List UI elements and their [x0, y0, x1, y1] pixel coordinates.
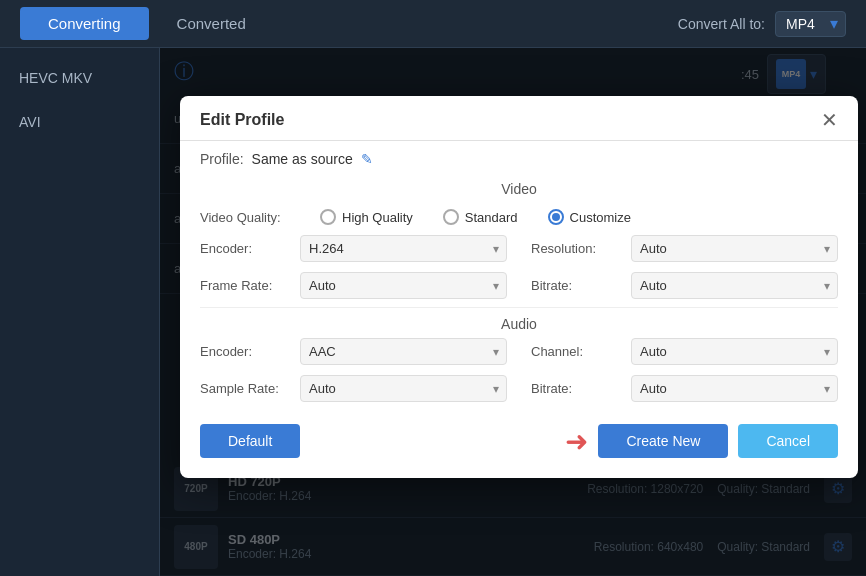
- convert-all-label: Convert All to:: [678, 16, 765, 32]
- edit-profile-modal: Edit Profile ✕ Profile: Same as source ✎…: [180, 96, 858, 478]
- profile-row: Profile: Same as source ✎: [180, 141, 858, 173]
- video-section-title: Video: [200, 181, 838, 197]
- audio-bitrate-label: Bitrate:: [531, 381, 621, 396]
- audio-bitrate-row: Bitrate: Auto 128k 256k: [531, 375, 838, 402]
- quality-option-high[interactable]: High Quality: [320, 209, 413, 225]
- channel-label: Channel:: [531, 344, 621, 359]
- encoder-label: Encoder:: [200, 241, 290, 256]
- encoder-select-wrapper: H.264 H.265: [300, 235, 507, 262]
- frame-rate-row: Frame Rate: Auto 30 60: [200, 272, 507, 299]
- modal-close-button[interactable]: ✕: [821, 110, 838, 130]
- resolution-select[interactable]: Auto 1080p 720p: [631, 235, 838, 262]
- arrow-icon: ➜: [565, 425, 588, 458]
- radio-standard: [443, 209, 459, 225]
- bitrate-row: Bitrate: Auto High Low: [531, 272, 838, 299]
- channel-row: Channel: Auto Stereo Mono: [531, 338, 838, 365]
- modal-title: Edit Profile: [200, 111, 284, 129]
- divider-1: [200, 307, 838, 308]
- tab-converting[interactable]: Converting: [20, 7, 149, 40]
- channel-select-wrapper: Auto Stereo Mono: [631, 338, 838, 365]
- audio-encoder-row: Encoder: AAC MP3: [200, 338, 507, 365]
- main-content: HEVC MKV AVI ⓘ :45 MP4 ▾ uto ⚙ andard ⚙: [0, 48, 866, 576]
- encoder-row: Encoder: H.264 H.265: [200, 235, 507, 262]
- audio-encoder-label: Encoder:: [200, 344, 290, 359]
- frame-rate-select[interactable]: Auto 30 60: [300, 272, 507, 299]
- quality-standard-label: Standard: [465, 210, 518, 225]
- quality-label: Video Quality:: [200, 210, 290, 225]
- cancel-button[interactable]: Cancel: [738, 424, 838, 458]
- quality-customize-label: Customize: [570, 210, 631, 225]
- bitrate-select[interactable]: Auto High Low: [631, 272, 838, 299]
- sidebar-item-avi[interactable]: AVI: [0, 100, 159, 144]
- action-button-group: ➜ Create New Cancel: [565, 424, 838, 458]
- quality-high-label: High Quality: [342, 210, 413, 225]
- frame-rate-select-wrapper: Auto 30 60: [300, 272, 507, 299]
- profile-label: Profile:: [200, 151, 244, 167]
- audio-section-title: Audio: [200, 316, 838, 332]
- modal-header: Edit Profile ✕: [180, 96, 858, 141]
- top-bar: Converting Converted Convert All to: MP4…: [0, 0, 866, 48]
- bitrate-label: Bitrate:: [531, 278, 621, 293]
- audio-bitrate-select[interactable]: Auto 128k 256k: [631, 375, 838, 402]
- convert-all-area: Convert All to: MP4 MKV AVI ▾: [678, 11, 846, 37]
- right-panel: ⓘ :45 MP4 ▾ uto ⚙ andard ⚙ andard: [160, 48, 866, 576]
- frame-rate-label: Frame Rate:: [200, 278, 290, 293]
- video-form-grid: Encoder: H.264 H.265 Resolution:: [200, 235, 838, 299]
- radio-high-quality: [320, 209, 336, 225]
- tab-group: Converting Converted: [20, 7, 274, 40]
- audio-encoder-select[interactable]: AAC MP3: [300, 338, 507, 365]
- encoder-select[interactable]: H.264 H.265: [300, 235, 507, 262]
- convert-all-select[interactable]: MP4 MKV AVI: [775, 11, 846, 37]
- modal-body: Video Video Quality: High Quality Standa…: [180, 181, 858, 402]
- create-new-button[interactable]: Create New: [598, 424, 728, 458]
- sample-rate-row: Sample Rate: Auto 44100: [200, 375, 507, 402]
- quality-option-customize[interactable]: Customize: [548, 209, 631, 225]
- bitrate-select-wrapper: Auto High Low: [631, 272, 838, 299]
- sample-rate-select[interactable]: Auto 44100: [300, 375, 507, 402]
- audio-form-grid: Encoder: AAC MP3 Channel:: [200, 338, 838, 402]
- resolution-select-wrapper: Auto 1080p 720p: [631, 235, 838, 262]
- audio-bitrate-select-wrapper: Auto 128k 256k: [631, 375, 838, 402]
- default-button[interactable]: Default: [200, 424, 300, 458]
- sidebar-item-hevc-mkv[interactable]: HEVC MKV: [0, 56, 159, 100]
- profile-value: Same as source: [252, 151, 353, 167]
- quality-row: Video Quality: High Quality Standard Cus…: [200, 203, 838, 235]
- tab-converted[interactable]: Converted: [149, 7, 274, 40]
- resolution-row: Resolution: Auto 1080p 720p: [531, 235, 838, 262]
- sample-rate-select-wrapper: Auto 44100: [300, 375, 507, 402]
- sample-rate-label: Sample Rate:: [200, 381, 290, 396]
- modal-footer: Default ➜ Create New Cancel: [180, 410, 858, 458]
- radio-customize: [548, 209, 564, 225]
- edit-icon[interactable]: ✎: [361, 151, 373, 167]
- audio-encoder-select-wrapper: AAC MP3: [300, 338, 507, 365]
- quality-option-standard[interactable]: Standard: [443, 209, 518, 225]
- sidebar: HEVC MKV AVI: [0, 48, 160, 576]
- modal-overlay: Edit Profile ✕ Profile: Same as source ✎…: [160, 48, 866, 576]
- resolution-label: Resolution:: [531, 241, 621, 256]
- channel-select[interactable]: Auto Stereo Mono: [631, 338, 838, 365]
